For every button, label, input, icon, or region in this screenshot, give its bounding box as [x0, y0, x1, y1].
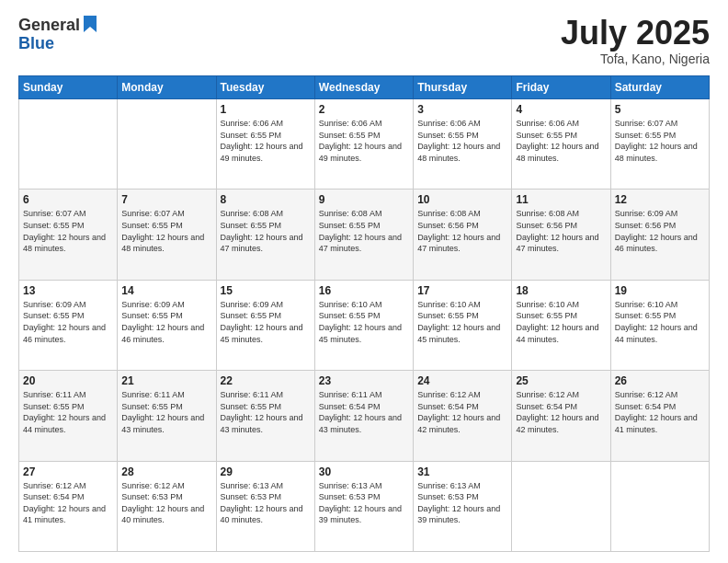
- calendar-cell: 7Sunrise: 6:07 AMSunset: 6:55 PMDaylight…: [118, 190, 216, 280]
- calendar-day-header: Thursday: [414, 76, 512, 99]
- page: General Blue July 2025 Tofa, Kano, Niger…: [0, 0, 728, 563]
- cell-info: Sunrise: 6:12 AMSunset: 6:54 PMDaylight:…: [23, 480, 113, 526]
- header: General Blue July 2025 Tofa, Kano, Niger…: [18, 17, 710, 66]
- calendar-day-header: Friday: [512, 76, 610, 99]
- calendar-cell: 3Sunrise: 6:06 AMSunset: 6:55 PMDaylight…: [414, 99, 512, 190]
- logo-text: General Blue: [18, 17, 98, 53]
- calendar-cell: 9Sunrise: 6:08 AMSunset: 6:55 PMDaylight…: [314, 190, 413, 280]
- day-number: 19: [615, 284, 705, 297]
- calendar-cell: 19Sunrise: 6:10 AMSunset: 6:55 PMDayligh…: [610, 280, 709, 370]
- calendar-header-row: SundayMondayTuesdayWednesdayThursdayFrid…: [19, 76, 710, 99]
- calendar-cell: 6Sunrise: 6:07 AMSunset: 6:55 PMDaylight…: [19, 190, 118, 280]
- day-number: 11: [516, 193, 606, 206]
- day-number: 18: [516, 284, 606, 297]
- calendar-cell: 29Sunrise: 6:13 AMSunset: 6:53 PMDayligh…: [216, 461, 314, 551]
- day-number: 24: [417, 374, 507, 387]
- day-number: 4: [516, 103, 606, 116]
- calendar-cell: 17Sunrise: 6:10 AMSunset: 6:55 PMDayligh…: [414, 280, 512, 370]
- logo-general: General: [18, 17, 80, 35]
- calendar-cell: 26Sunrise: 6:12 AMSunset: 6:54 PMDayligh…: [610, 371, 709, 461]
- calendar-day-header: Tuesday: [216, 76, 314, 99]
- calendar-cell: 24Sunrise: 6:12 AMSunset: 6:54 PMDayligh…: [414, 371, 512, 461]
- day-number: 15: [221, 284, 311, 297]
- calendar-cell: 18Sunrise: 6:10 AMSunset: 6:55 PMDayligh…: [512, 280, 610, 370]
- logo-icon: [82, 14, 98, 34]
- cell-info: Sunrise: 6:06 AMSunset: 6:55 PMDaylight:…: [516, 118, 606, 164]
- location: Tofa, Kano, Nigeria: [561, 52, 710, 66]
- calendar-cell: 15Sunrise: 6:09 AMSunset: 6:55 PMDayligh…: [216, 280, 314, 370]
- cell-info: Sunrise: 6:13 AMSunset: 6:53 PMDaylight:…: [319, 480, 409, 526]
- cell-info: Sunrise: 6:11 AMSunset: 6:55 PMDaylight:…: [23, 389, 113, 435]
- cell-info: Sunrise: 6:07 AMSunset: 6:55 PMDaylight:…: [121, 208, 211, 254]
- calendar-cell: 25Sunrise: 6:12 AMSunset: 6:54 PMDayligh…: [512, 371, 610, 461]
- day-number: 25: [516, 374, 606, 387]
- calendar-cell: 4Sunrise: 6:06 AMSunset: 6:55 PMDaylight…: [512, 99, 610, 190]
- day-number: 3: [417, 103, 507, 116]
- day-number: 31: [417, 465, 507, 478]
- cell-info: Sunrise: 6:12 AMSunset: 6:54 PMDaylight:…: [417, 389, 507, 435]
- cell-info: Sunrise: 6:09 AMSunset: 6:55 PMDaylight:…: [23, 299, 113, 345]
- day-number: 23: [319, 374, 409, 387]
- cell-info: Sunrise: 6:13 AMSunset: 6:53 PMDaylight:…: [221, 480, 311, 526]
- day-number: 2: [319, 103, 409, 116]
- day-number: 27: [23, 465, 113, 478]
- title-section: July 2025 Tofa, Kano, Nigeria: [561, 17, 710, 66]
- cell-info: Sunrise: 6:06 AMSunset: 6:55 PMDaylight:…: [417, 118, 507, 164]
- cell-info: Sunrise: 6:06 AMSunset: 6:55 PMDaylight:…: [221, 118, 311, 164]
- cell-info: Sunrise: 6:12 AMSunset: 6:53 PMDaylight:…: [121, 480, 211, 526]
- day-number: 7: [121, 193, 211, 206]
- cell-info: Sunrise: 6:08 AMSunset: 6:56 PMDaylight:…: [417, 208, 507, 254]
- calendar-cell: 22Sunrise: 6:11 AMSunset: 6:55 PMDayligh…: [216, 371, 314, 461]
- calendar-cell: 2Sunrise: 6:06 AMSunset: 6:55 PMDaylight…: [314, 99, 413, 190]
- day-number: 29: [221, 465, 311, 478]
- cell-info: Sunrise: 6:07 AMSunset: 6:55 PMDaylight:…: [23, 208, 113, 254]
- calendar-cell: 31Sunrise: 6:13 AMSunset: 6:53 PMDayligh…: [414, 461, 512, 551]
- calendar-cell: 11Sunrise: 6:08 AMSunset: 6:56 PMDayligh…: [512, 190, 610, 280]
- day-number: 6: [23, 193, 113, 206]
- day-number: 12: [615, 193, 705, 206]
- calendar-cell: 12Sunrise: 6:09 AMSunset: 6:56 PMDayligh…: [610, 190, 709, 280]
- day-number: 28: [121, 465, 211, 478]
- calendar-cell: 8Sunrise: 6:08 AMSunset: 6:55 PMDaylight…: [216, 190, 314, 280]
- month-title: July 2025: [561, 17, 710, 50]
- calendar-week-row: 1Sunrise: 6:06 AMSunset: 6:55 PMDaylight…: [19, 99, 710, 190]
- cell-info: Sunrise: 6:09 AMSunset: 6:55 PMDaylight:…: [121, 299, 211, 345]
- day-number: 17: [417, 284, 507, 297]
- day-number: 16: [319, 284, 409, 297]
- calendar-cell: 28Sunrise: 6:12 AMSunset: 6:53 PMDayligh…: [118, 461, 216, 551]
- calendar-week-row: 6Sunrise: 6:07 AMSunset: 6:55 PMDaylight…: [19, 190, 710, 280]
- cell-info: Sunrise: 6:06 AMSunset: 6:55 PMDaylight:…: [319, 118, 409, 164]
- day-number: 30: [319, 465, 409, 478]
- cell-info: Sunrise: 6:07 AMSunset: 6:55 PMDaylight:…: [615, 118, 705, 164]
- calendar-day-header: Monday: [118, 76, 216, 99]
- calendar-cell: 13Sunrise: 6:09 AMSunset: 6:55 PMDayligh…: [19, 280, 118, 370]
- logo-blue: Blue: [18, 35, 98, 53]
- cell-info: Sunrise: 6:08 AMSunset: 6:55 PMDaylight:…: [221, 208, 311, 254]
- cell-info: Sunrise: 6:10 AMSunset: 6:55 PMDaylight:…: [417, 299, 507, 345]
- calendar-week-row: 20Sunrise: 6:11 AMSunset: 6:55 PMDayligh…: [19, 371, 710, 461]
- cell-info: Sunrise: 6:10 AMSunset: 6:55 PMDaylight:…: [319, 299, 409, 345]
- cell-info: Sunrise: 6:09 AMSunset: 6:55 PMDaylight:…: [221, 299, 311, 345]
- cell-info: Sunrise: 6:08 AMSunset: 6:56 PMDaylight:…: [516, 208, 606, 254]
- calendar-cell: 16Sunrise: 6:10 AMSunset: 6:55 PMDayligh…: [314, 280, 413, 370]
- calendar-cell: [512, 461, 610, 551]
- day-number: 22: [221, 374, 311, 387]
- calendar-day-header: Sunday: [19, 76, 118, 99]
- svg-marker-0: [84, 16, 97, 32]
- calendar-cell: 21Sunrise: 6:11 AMSunset: 6:55 PMDayligh…: [118, 371, 216, 461]
- day-number: 21: [121, 374, 211, 387]
- cell-info: Sunrise: 6:13 AMSunset: 6:53 PMDaylight:…: [417, 480, 507, 526]
- calendar-cell: 23Sunrise: 6:11 AMSunset: 6:54 PMDayligh…: [314, 371, 413, 461]
- day-number: 5: [615, 103, 705, 116]
- cell-info: Sunrise: 6:11 AMSunset: 6:55 PMDaylight:…: [221, 389, 311, 435]
- calendar-table: SundayMondayTuesdayWednesdayThursdayFrid…: [18, 75, 710, 552]
- calendar-cell: 14Sunrise: 6:09 AMSunset: 6:55 PMDayligh…: [118, 280, 216, 370]
- logo: General Blue: [18, 17, 98, 53]
- cell-info: Sunrise: 6:12 AMSunset: 6:54 PMDaylight:…: [516, 389, 606, 435]
- calendar-day-header: Saturday: [610, 76, 709, 99]
- day-number: 14: [121, 284, 211, 297]
- calendar-day-header: Wednesday: [314, 76, 413, 99]
- day-number: 1: [221, 103, 311, 116]
- calendar-cell: [19, 99, 118, 190]
- day-number: 20: [23, 374, 113, 387]
